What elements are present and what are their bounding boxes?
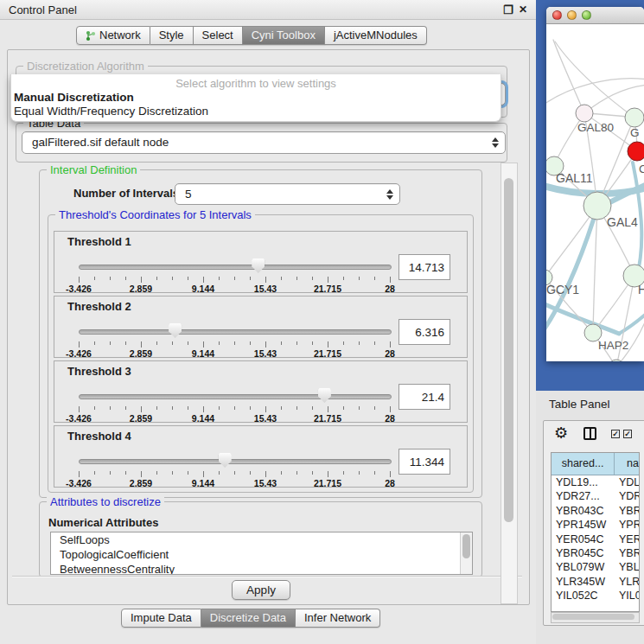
minimize-traffic-light-icon[interactable]	[567, 10, 577, 20]
name-cell: YBR0	[617, 504, 639, 518]
table-row[interactable]: YBR043CYBR0	[552, 504, 639, 518]
apply-button[interactable]: Apply	[232, 580, 290, 600]
column-header-shared[interactable]: shared...	[552, 453, 615, 475]
table-header-row: shared... na	[552, 453, 639, 475]
slider-tick	[234, 471, 235, 475]
network-node[interactable]	[625, 108, 644, 127]
tab-cyni-toolbox[interactable]: Cyni Toolbox	[243, 26, 325, 45]
list-item[interactable]: BetweennessCentrality	[51, 562, 472, 575]
settings-scrollbar[interactable]	[501, 163, 518, 604]
dropdown-option-equal-width[interactable]: Equal Width/Frequency Discretization	[11, 105, 501, 118]
threshold-label: Threshold 2	[67, 300, 131, 313]
network-node[interactable]	[628, 142, 644, 161]
list-item[interactable]: SelfLoops	[51, 532, 472, 547]
table-row[interactable]: YLR345WYLR3	[552, 575, 639, 589]
shared-name-cell: YIL052C	[552, 589, 617, 603]
table-panel: ⚙ ✓ ✓ shared... na YDL19...YDL1YDR27...Y…	[543, 420, 644, 626]
table-row[interactable]: YBR045CYBR0	[552, 546, 639, 560]
attribute-items: SelfLoopsTopologicalCoefficientBetweenne…	[51, 532, 472, 575]
slider-tick	[203, 471, 204, 477]
columns-icon[interactable]	[583, 427, 596, 440]
tab-jactivemnodules[interactable]: jActiveMNodules	[325, 26, 427, 45]
threshold-value-field[interactable]: 21.4	[399, 384, 450, 410]
dropdown-option-manual-discretization[interactable]: Manual Discretization	[11, 91, 501, 105]
slider-tick	[359, 406, 360, 410]
float-window-icon[interactable]: ❐	[503, 3, 513, 16]
numerical-attributes-label: Numerical Attributes	[48, 516, 158, 529]
node-label: G	[630, 126, 640, 139]
slider-track[interactable]	[79, 265, 392, 270]
column-header-name[interactable]: na	[615, 453, 639, 475]
node-table[interactable]: shared... na YDL19...YDL1YDR27...YDR2YBR…	[551, 452, 640, 612]
slider-tick	[328, 471, 328, 477]
slider-tick-label: 15.43	[241, 413, 290, 424]
network-node[interactable]	[576, 105, 593, 122]
slider-handle[interactable]	[252, 258, 265, 273]
gear-icon[interactable]: ⚙	[554, 425, 568, 441]
slider-tick	[172, 341, 173, 345]
slider-tick	[203, 277, 204, 283]
tab-label: Cyni Toolbox	[252, 27, 316, 44]
slider-tick-label: 2.859	[117, 478, 165, 488]
interval-definition-title: Interval Definition	[47, 163, 140, 176]
slider-tick	[188, 471, 188, 475]
algorithm-group-title: Discretization Algorithm	[23, 60, 148, 73]
slider-track[interactable]	[79, 329, 392, 335]
table-horizontal-scrollbar[interactable]	[551, 612, 640, 623]
checkbox-icon[interactable]: ✓	[623, 430, 632, 438]
slider-tick	[343, 406, 344, 410]
table-row[interactable]: YIL052CYIL0	[552, 589, 639, 603]
slider-tick	[125, 471, 126, 475]
threshold-slider[interactable]: -3.4262.8599.14415.4321.71528	[79, 452, 390, 485]
network-canvas[interactable]: GAL80GCGAL11GAL4GCY1HHAP2	[546, 24, 644, 361]
tab-select[interactable]: Select	[194, 26, 243, 45]
network-view-panel: GAL80GCGAL11GAL4GCY1HHAP2	[536, 0, 644, 391]
table-row[interactable]: YER054CYER0	[552, 532, 639, 546]
thresholds-groupbox: Threshold's Coordinates for 5 Intervals …	[48, 214, 474, 493]
tab-infer-network[interactable]: Infer Network	[296, 609, 380, 628]
table-hscrollbar-thumb[interactable]	[552, 614, 634, 620]
tab-network[interactable]: Network	[76, 26, 150, 45]
panel-title: Control Panel	[9, 3, 77, 16]
settings-scrollbar-thumb[interactable]	[504, 178, 513, 522]
threshold-slider[interactable]: -3.4262.8599.14415.4321.71528	[79, 322, 390, 355]
threshold-value-field[interactable]: 14.713	[399, 254, 450, 280]
slider-tick-label: 28	[366, 284, 414, 294]
list-scrollbar[interactable]	[460, 532, 472, 574]
slider-track[interactable]	[79, 394, 392, 399]
slider-handle[interactable]	[219, 453, 232, 468]
right-panel: GAL80GCGAL11GAL4GCY1HHAP2 Table Panel ⚙ …	[536, 0, 644, 644]
threshold-slider[interactable]: -3.4262.8599.14415.4321.71528	[79, 387, 390, 420]
numerical-attributes-list[interactable]: SelfLoopsTopologicalCoefficientBetweenne…	[50, 532, 473, 575]
table-row[interactable]: YDR27...YDR2	[552, 489, 639, 503]
threshold-value-field[interactable]: 6.316	[399, 319, 450, 345]
threshold-slider[interactable]: -3.4262.8599.14415.4321.71528	[79, 258, 390, 290]
slider-handle[interactable]	[169, 323, 182, 338]
zoom-traffic-light-icon[interactable]	[582, 10, 591, 20]
table-data-combobox[interactable]: galFiltered.sif default node	[22, 131, 506, 154]
slider-tick	[234, 277, 235, 280]
close-traffic-light-icon[interactable]	[552, 10, 562, 20]
table-row[interactable]: YDL19...YDL1	[552, 475, 639, 489]
slider-handle[interactable]	[318, 388, 331, 403]
slider-tick-label: 21.715	[303, 478, 352, 488]
close-icon[interactable]: ✕	[519, 3, 527, 16]
table-row[interactable]: YBL079WYBL0	[552, 560, 639, 574]
slider-track[interactable]	[79, 459, 392, 464]
list-item[interactable]: TopologicalCoefficient	[51, 547, 472, 562]
slider-tick	[234, 406, 235, 410]
list-scrollbar-thumb[interactable]	[462, 534, 470, 558]
threshold-value-field[interactable]: 11.344	[399, 449, 450, 475]
name-cell: YDR2	[617, 489, 639, 503]
table-row[interactable]: YPR145WYPR1	[552, 518, 639, 532]
checkbox-icon[interactable]: ✓	[611, 430, 620, 438]
tab-discretize-data[interactable]: Discretize Data	[201, 609, 296, 628]
slider-tick	[390, 341, 391, 348]
control-panel: Control Panel ❐ ✕ NetworkStyleSelectCyni…	[0, 0, 536, 644]
tab-impute-data[interactable]: Impute Data	[121, 609, 201, 628]
slider-tick-label: 2.859	[117, 284, 165, 294]
tab-style[interactable]: Style	[150, 26, 194, 45]
network-svg: GAL80GCGAL11GAL4GCY1HHAP2	[546, 24, 644, 361]
number-of-intervals-combobox[interactable]: 5	[175, 183, 400, 205]
tab-label: jActiveMNodules	[334, 27, 418, 44]
